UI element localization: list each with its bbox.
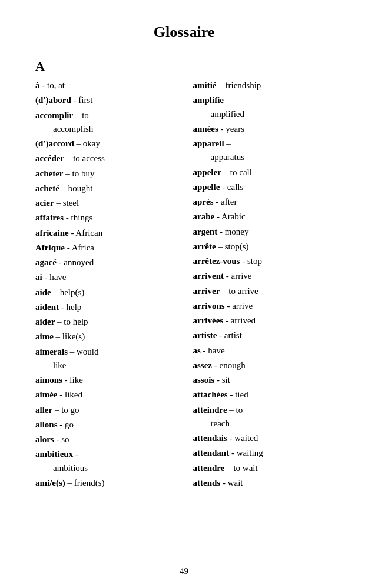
glossary-entry: Afrique - Africa — [35, 241, 175, 255]
entry-term: allons — [35, 420, 58, 429]
entry-separator: – — [224, 463, 233, 473]
glossary-entry: aider – to help — [35, 315, 175, 329]
entry-term: ai — [35, 272, 42, 282]
right-column: amitié – friendshipamplifie – amplifieda… — [193, 79, 333, 491]
entry-separator: - — [42, 272, 50, 282]
entry-definition: sit — [222, 375, 230, 385]
entry-separator: - — [217, 227, 225, 236]
glossary-entry: ambitieux - ambitious — [35, 447, 175, 475]
entry-definition: okay — [83, 139, 100, 148]
glossary-entry: (d')accord – okay — [35, 137, 175, 151]
entry-definition: to help — [64, 317, 88, 326]
entry-definition-continued: amplified — [193, 108, 333, 121]
entry-separator: - — [224, 271, 231, 280]
glossary-entry: appeler – to call — [193, 166, 333, 179]
entry-term: argent — [193, 227, 218, 236]
entry-term: arrêtez-vous — [193, 256, 240, 266]
entry-separator: – — [216, 242, 225, 251]
entry-separator: - — [214, 375, 222, 385]
entry-separator: – — [64, 153, 73, 163]
glossary-entry: arrête – stop(s) — [193, 240, 333, 253]
entry-separator: - — [220, 478, 228, 487]
entry-term: appeler — [193, 168, 221, 177]
page-title: Glossaire — [35, 24, 333, 41]
entry-definition: stop(s) — [225, 242, 249, 251]
entry-definition: have — [208, 346, 224, 355]
entry-separator: - — [54, 435, 62, 444]
glossary-entry: appareil – apparatus — [193, 137, 333, 165]
glossary-entry: accéder – to access — [35, 152, 175, 165]
entry-separator: - — [57, 390, 65, 399]
entry-definition: friend(s) — [74, 478, 105, 487]
entry-separator: - — [218, 124, 226, 133]
entry-definition: to buy — [72, 169, 94, 178]
entry-definition: tied — [235, 390, 248, 399]
entry-term: arrivent — [193, 271, 224, 280]
glossary-entry: arrivées - arrived — [193, 314, 333, 328]
left-column: à - to, at(d')abord - firstaccomplir – t… — [35, 79, 175, 491]
entry-separator: – — [73, 111, 82, 120]
entry-definition: arrive — [231, 271, 251, 280]
entry-definition: waiting — [237, 448, 263, 457]
entry-separator: – — [227, 405, 236, 415]
entry-definition: like(s) — [62, 332, 85, 341]
entry-definition: stop — [247, 256, 262, 266]
glossary-entry: attendais - waited — [193, 432, 333, 445]
glossary-entry: attends - wait — [193, 476, 333, 490]
glossary-entry: aident - help — [35, 300, 175, 314]
glossary-entry: affaires - things — [35, 211, 175, 225]
entry-definition: bought — [68, 183, 93, 193]
entry-separator: – — [224, 139, 231, 148]
glossary-entry: accomplir – toaccomplish — [35, 109, 175, 136]
entry-separator: – — [54, 332, 62, 341]
entry-term: attendre — [193, 463, 225, 473]
entry-definition: to call — [230, 168, 252, 177]
glossary-entry: ami/e(s) – friend(s) — [35, 476, 175, 490]
entry-separator: - — [40, 81, 48, 90]
entry-term: amplifie — [193, 95, 224, 105]
entry-definition: friendship — [225, 81, 261, 90]
glossary-entry: années - years — [193, 122, 333, 136]
glossary-entry: alors - so — [35, 433, 175, 446]
glossary-entry: acheté – bought — [35, 182, 175, 195]
glossary-entry: arrivent - arrive — [193, 269, 333, 283]
entry-separator: - — [201, 346, 208, 355]
glossary-entry: atteindre – toreach — [193, 403, 333, 431]
entry-term: affaires — [35, 213, 64, 222]
entry-term: as — [193, 346, 201, 355]
entry-term: arrivons — [193, 301, 225, 310]
entry-definition: African — [75, 228, 102, 238]
entry-definition: after — [221, 197, 237, 206]
entry-term: africaine — [35, 228, 69, 238]
glossary-entry: agacé - annoyed — [35, 256, 175, 269]
entry-separator: - — [225, 301, 233, 310]
entry-term: années — [193, 124, 218, 133]
entry-separator: - — [57, 258, 64, 267]
entry-separator: – — [224, 95, 230, 105]
entry-definition: to wait — [233, 463, 257, 473]
entry-term: ambitieux — [35, 449, 73, 459]
entry-definition: Africa — [72, 243, 94, 252]
entry-definition: would — [77, 347, 99, 356]
entry-definition: wait — [228, 478, 243, 487]
entry-definition: years — [226, 124, 244, 133]
entry-term: après — [193, 197, 214, 206]
entry-separator: - — [227, 433, 235, 443]
entry-definition: help — [67, 302, 82, 312]
glossary-entry: attendant - waiting — [193, 446, 333, 460]
glossary-entry: assez - enough — [193, 359, 333, 372]
entry-term: acheté — [35, 183, 59, 193]
entry-definition: to access — [73, 153, 105, 163]
entry-definition: things — [71, 213, 93, 222]
entry-separator: – — [51, 288, 60, 297]
entry-term: aider — [35, 317, 55, 326]
entry-term: assois — [193, 375, 215, 385]
entry-term: ami/e(s) — [35, 478, 65, 487]
glossary-entry: aimerais – wouldlike — [35, 345, 175, 373]
entry-definition: steel — [63, 198, 79, 208]
entry-term: aide — [35, 288, 51, 297]
glossary-entry: aller – to go — [35, 403, 175, 417]
glossary-entry: à - to, at — [35, 79, 175, 92]
entry-term: aimons — [35, 375, 62, 385]
entry-separator: - — [223, 316, 231, 325]
